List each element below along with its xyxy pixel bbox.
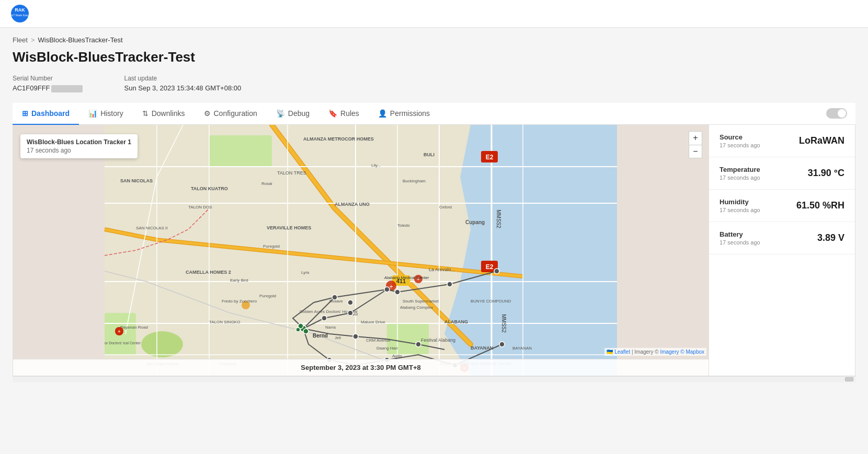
last-update-block: Last update Sun Sep 3, 2023 15:34:48 GMT… [124,75,242,92]
svg-point-99 [494,269,499,274]
svg-text:Alabang Medical Center: Alabang Medical Center [384,275,429,280]
tab-debug[interactable]: 📡 Debug [267,103,319,125]
rules-icon: 🔖 [328,109,337,118]
svg-text:SAN NICOLAS II: SAN NICOLAS II [136,226,167,230]
sidebar-row-humidity: Humidity 17 seconds ago 61.50 %RH [709,190,855,222]
sidebar-temperature-info: Temperature 17 seconds ago [719,166,760,181]
tab-history-label: History [100,109,123,118]
serial-block: Serial Number AC1F09FFF [13,75,83,92]
temperature-time: 17 seconds ago [719,174,760,181]
svg-point-89 [303,329,309,334]
breadcrumb-separator: > [31,36,35,44]
toggle[interactable] [826,108,847,119]
tabs-bar: ⊞ Dashboard 📊 History ⇅ Downlinks ⚙ Conf… [13,103,855,125]
svg-text:Oxford: Oxford [439,205,452,209]
humidity-time: 17 seconds ago [719,207,760,213]
svg-point-91 [296,328,300,332]
temperature-label: Temperature [719,166,760,173]
svg-point-103 [499,342,505,347]
svg-text:BAYANAN: BAYANAN [512,346,532,351]
battery-label: Battery [719,230,760,238]
toggle-thumb [838,109,846,118]
mapbox-link[interactable]: Imagery © Mapbox [660,349,704,355]
tab-history[interactable]: 📊 History [79,103,133,125]
svg-text:TALON DOS: TALON DOS [188,205,212,209]
sidebar-battery-info: Battery 17 seconds ago [719,230,760,246]
svg-text:+: + [118,329,121,334]
temperature-value: 31.90 °C [808,168,844,179]
svg-marker-4 [444,125,617,376]
serial-value: AC1F09FFF [13,84,83,92]
source-label: Source [719,133,760,141]
serial-label: Serial Number [13,75,83,82]
leaflet-link[interactable]: Leaflet [614,349,630,355]
scrollbar-thumb[interactable] [845,377,853,381]
svg-text:TALON KUATRO: TALON KUATRO [191,186,228,191]
breadcrumb-fleet[interactable]: Fleet [13,36,28,44]
page-title: WisBlock-BluesTracker-Test [13,49,855,65]
last-update-value: Sun Sep 3, 2023 15:34:48 GMT+08:00 [124,84,242,92]
svg-text:TALON TRES: TALON TRES [277,170,306,176]
svg-text:Daang Hari: Daang Hari [376,346,398,351]
rak-logo-icon: RAK IoT Made Easy [10,4,29,23]
breadcrumb: Fleet > WisBlock-BluesTracker-Test [13,36,855,44]
svg-text:South Supermarket: South Supermarket [403,299,439,304]
permissions-icon: 👤 [378,109,387,118]
map-footer: September 3, 2023 at 3:30 PM GMT+8 [13,359,709,376]
map-controls: + − [689,131,702,158]
main-layout: E2 E2 411 MMSS2 MMSS2 SAN NICOLAS SAN NI… [13,125,855,376]
svg-point-92 [332,295,337,300]
svg-text:Bayanan Road: Bayanan Road [120,325,148,330]
svg-text:Fredo by Zucchero: Fredo by Zucchero [222,299,257,304]
zoom-out-button[interactable]: − [689,145,702,158]
map-container[interactable]: E2 E2 411 MMSS2 MMSS2 SAN NICOLAS SAN NI… [13,125,709,376]
svg-text:ALMANZA METROCOR HOMES: ALMANZA METROCOR HOMES [303,136,374,142]
svg-point-95 [348,310,353,316]
svg-text:BUNYE COMPOUND: BUNYE COMPOUND [471,299,511,304]
map-svg: E2 E2 411 MMSS2 MMSS2 SAN NICOLAS SAN NI… [13,125,709,376]
scrollbar[interactable] [13,376,855,382]
map-popup-time: 17 seconds ago [27,147,131,154]
tab-dashboard[interactable]: ⊞ Dashboard [13,103,79,125]
last-update-label: Last update [124,75,242,82]
svg-text:TALON SINGKO: TALON SINGKO [209,320,240,324]
source-time: 17 seconds ago [719,142,760,148]
tab-configuration[interactable]: ⚙ Configuration [195,103,267,125]
svg-point-97 [395,289,400,295]
svg-point-94 [322,316,327,321]
svg-point-8 [141,331,183,357]
tab-dashboard-label: Dashboard [31,109,70,118]
zoom-in-button[interactable]: + [689,131,702,145]
map-popup-title: WisBlock-Blues Location Tracker 1 [27,138,131,146]
svg-text:Buckingham: Buckingham [403,179,426,183]
tab-rules[interactable]: 🔖 Rules [319,103,369,125]
humidity-label: Humidity [719,198,760,206]
svg-text:Festival Alabang: Festival Alabang [421,337,455,343]
sidebar-row-battery: Battery 17 seconds ago 3.89 V [709,222,855,254]
debug-icon: 📡 [276,109,285,118]
svg-text:SAN NICOLAS: SAN NICOLAS [120,178,153,183]
dashboard-icon: ⊞ [22,109,28,118]
tab-permissions[interactable]: 👤 Permissions [369,103,439,125]
svg-text:ALMANZA UNO: ALMANZA UNO [335,202,370,207]
svg-point-96 [384,287,390,292]
source-value: LoRaWAN [799,135,844,146]
tab-debug-label: Debug [288,109,310,118]
tab-downlinks-label: Downlinks [152,109,185,118]
svg-point-104 [353,334,358,339]
rak-logo: RAK IoT Made Easy [10,4,29,23]
svg-point-98 [447,282,452,287]
svg-text:Maluve Drive: Maluve Drive [361,320,385,324]
svg-text:MMSS2: MMSS2 [501,314,507,333]
toggle-switch[interactable] [826,108,855,119]
tab-downlinks[interactable]: ⇅ Downlinks [133,103,195,125]
svg-text:La Arevalo...: La Arevalo... [429,267,455,272]
svg-text:Lyra: Lyra [301,270,310,275]
svg-text:Bernd: Bernd [313,333,328,339]
device-info: Serial Number AC1F09FFF Last update Sun … [13,75,855,92]
svg-rect-7 [209,135,272,167]
configuration-icon: ⚙ [204,109,211,118]
humidity-value: 61.50 %RH [796,200,844,211]
svg-point-93 [348,300,353,305]
svg-text:Narra: Narra [325,325,336,330]
